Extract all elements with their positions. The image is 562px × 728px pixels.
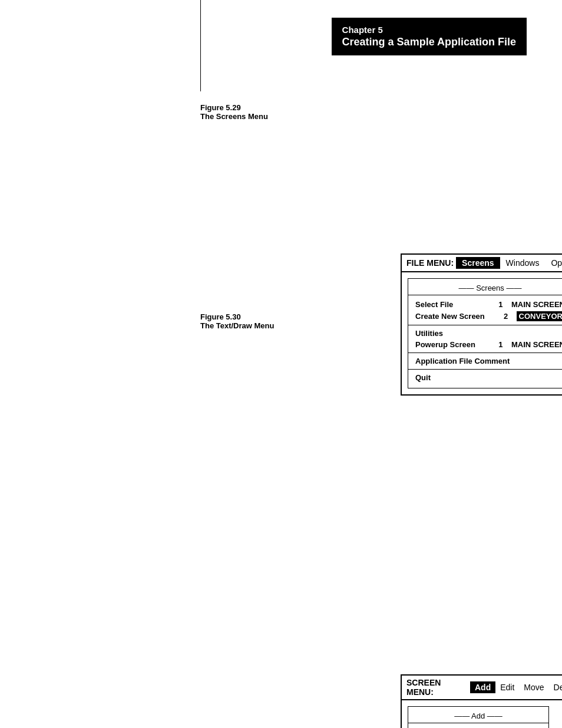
fig530-num: Figure 5.30 [200, 312, 274, 321]
chapter-title: Creating a Sample Application File [342, 36, 516, 48]
figure-530-label: Figure 5.30 The Text/Draw Menu [200, 312, 274, 330]
chapter-number: Chapter 5 [342, 25, 516, 35]
fig529-title: The Screens Menu [200, 112, 268, 121]
menubar-529-label: FILE MENU: [406, 258, 454, 268]
textdraw-menu: SCREEN MENU: Add Edit Move Delete Memori… [401, 674, 562, 728]
menubar-530-edit[interactable]: Edit [495, 681, 519, 693]
create-new-num: 2 [500, 312, 512, 321]
add-dropdown: —— Add —— Push Buttons Control Selectors… [408, 706, 549, 728]
menubar-530-add[interactable]: Add [470, 681, 495, 693]
select-file-value: MAIN SCREEN [511, 300, 562, 309]
menubar-530: SCREEN MENU: Add Edit Move Delete Memori… [402, 676, 562, 700]
screens-dropdown-title: Screens [408, 284, 562, 295]
menubar-529: FILE MENU: Screens Windows Options Commu… [402, 255, 562, 272]
create-new-label: Create New Screen [415, 312, 500, 321]
left-rule [200, 0, 201, 91]
menubar-529-screens[interactable]: Screens [456, 257, 500, 269]
menubar-529-windows[interactable]: Windows [500, 257, 546, 269]
select-file-label: Select File [415, 300, 495, 309]
menubar-530-move[interactable]: Move [519, 681, 548, 693]
figure-529-label: Figure 5.29 The Screens Menu [200, 103, 268, 121]
menubar-530-inner: —— Add —— Push Buttons Control Selectors… [402, 700, 562, 728]
fig530-title: The Text/Draw Menu [200, 321, 274, 330]
menubar-529-options[interactable]: Options [545, 257, 562, 269]
screens-row-createnew[interactable]: Create New Screen 2 CONVEYOR [408, 310, 562, 322]
menubar-530-label: SCREEN MENU: [406, 678, 468, 697]
fig529-num: Figure 5.29 [200, 103, 268, 112]
select-file-num: 1 [495, 300, 507, 309]
dropdown-divider-1 [408, 325, 562, 325]
menubar-530-delete[interactable]: Delete [549, 681, 562, 693]
screens-row-selectfile[interactable]: Select File 1 MAIN SCREEN [408, 299, 562, 310]
add-dropdown-title: —— Add —— [408, 711, 548, 723]
create-new-value: CONVEYOR [517, 311, 562, 321]
chapter-header: Chapter 5 Creating a Sample Application … [332, 18, 527, 55]
